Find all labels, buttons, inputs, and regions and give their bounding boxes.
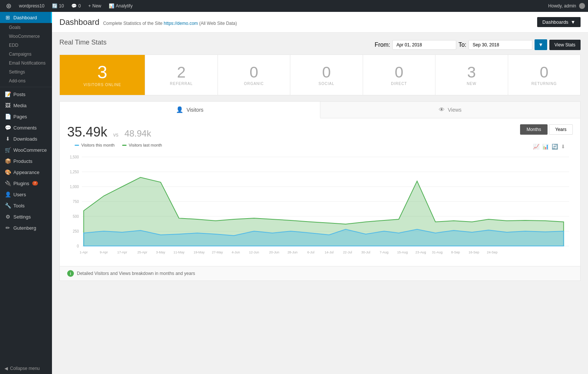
users-icon: 👤 bbox=[4, 191, 11, 197]
chart-container: 1,500 1,250 1,000 750 500 250 0 1-Apr 9-… bbox=[60, 153, 580, 266]
legend-dot-blue bbox=[75, 145, 79, 146]
comments-item[interactable]: 💬 0 bbox=[68, 0, 84, 12]
legend-last-label: Visitors last month bbox=[129, 143, 162, 147]
download-chart-icon[interactable]: ⬇ bbox=[561, 144, 565, 150]
years-label: Years bbox=[555, 127, 566, 132]
sidebar-item-media[interactable]: 🖼 Media bbox=[0, 100, 52, 111]
tab-views[interactable]: 👁 Views bbox=[320, 102, 581, 118]
months-button[interactable]: Months bbox=[520, 124, 547, 135]
new-item[interactable]: + New bbox=[85, 0, 104, 12]
legend-this-label: Visitors this month bbox=[81, 143, 115, 147]
sidebar-item-woocommerce-nav[interactable]: 🛒 WooCommerce bbox=[0, 144, 52, 155]
plugins-icon: 🔌 bbox=[4, 180, 11, 186]
sidebar-item-settings-nav[interactable]: ⚙ Settings bbox=[0, 211, 52, 222]
chart-controls: Months Years bbox=[520, 124, 573, 135]
posts-label: Posts bbox=[13, 92, 26, 97]
legend-last-month: Visitors last month bbox=[122, 143, 162, 147]
chart-icon-controls: 📈 📊 🔄 ⬇ bbox=[533, 144, 573, 150]
view-stats-button[interactable]: View Stats bbox=[549, 40, 581, 50]
svg-text:15-Aug: 15-Aug bbox=[397, 250, 408, 254]
date-dropdown-button[interactable]: ▼ bbox=[535, 39, 547, 50]
svg-text:0: 0 bbox=[77, 244, 79, 248]
addons-label: Add-ons bbox=[9, 78, 26, 83]
svg-text:28-Jun: 28-Jun bbox=[287, 250, 297, 254]
months-label: Months bbox=[526, 127, 541, 132]
tools-icon: 🔧 bbox=[4, 203, 11, 209]
downloads-label: Downloads bbox=[13, 136, 37, 142]
chart-compare-stat: 48.94k bbox=[124, 128, 151, 138]
from-date-input[interactable] bbox=[392, 40, 456, 50]
referral-card: 2 REFERRAL bbox=[145, 55, 218, 95]
legend-dot-green bbox=[122, 145, 127, 146]
settings-nav-icon: ⚙ bbox=[4, 214, 11, 220]
chart-footer: i Detailed Visitors and Views breakdown … bbox=[60, 266, 580, 280]
sidebar-item-users[interactable]: 👤 Users bbox=[0, 189, 52, 200]
organic-card: 0 ORGANIC bbox=[218, 55, 290, 95]
dashboards-button[interactable]: Dashboards ▼ bbox=[537, 17, 581, 27]
visitors-tab-label: Visitors bbox=[186, 107, 203, 113]
woocommerce-nav-label: WooCommerce bbox=[13, 147, 47, 153]
chart-vs: vs bbox=[113, 132, 118, 138]
sidebar-item-settings[interactable]: Settings bbox=[0, 68, 52, 76]
realtime-header: Real Time Stats From: To: ▼ View Stats bbox=[59, 39, 581, 51]
sidebar-item-campaigns[interactable]: Campaigns bbox=[0, 50, 52, 59]
svg-text:7-Aug: 7-Aug bbox=[380, 250, 389, 254]
svg-text:22-Jul: 22-Jul bbox=[343, 250, 352, 254]
social-card: 0 SOCIAL bbox=[290, 55, 363, 95]
tools-label: Tools bbox=[13, 203, 24, 209]
howdy-text: Howdy, admin bbox=[548, 3, 576, 9]
site-url-link[interactable]: https://demo.com bbox=[164, 21, 198, 26]
sidebar-divider-1 bbox=[0, 87, 52, 87]
sidebar-item-plugins[interactable]: 🔌 Plugins 7 bbox=[0, 178, 52, 189]
to-date-input[interactable] bbox=[468, 40, 532, 50]
dashboards-btn-label: Dashboards bbox=[542, 19, 568, 25]
bar-chart-icon[interactable]: 📊 bbox=[542, 144, 549, 150]
wp-logo-item[interactable]: ⊛ bbox=[3, 0, 14, 12]
direct-label: DIRECT bbox=[391, 82, 407, 86]
sidebar-item-appearance[interactable]: 🎨 Appearance bbox=[0, 167, 52, 178]
sidebar-item-downloads[interactable]: ⬇ Downloads bbox=[0, 133, 52, 144]
products-label: Products bbox=[13, 158, 32, 164]
svg-text:25-Apr: 25-Apr bbox=[137, 250, 147, 254]
sidebar-item-posts[interactable]: 📝 Posts bbox=[0, 89, 52, 100]
chart-legend: Visitors this month Visitors last month bbox=[67, 143, 169, 150]
sidebar-item-dashboard[interactable]: ⊞ Dashboard bbox=[0, 12, 52, 23]
updates-item[interactable]: 🔄 10 bbox=[49, 0, 67, 12]
pages-icon: 📄 bbox=[4, 114, 11, 119]
site-name-item[interactable]: wordpress10 bbox=[16, 0, 48, 12]
appearance-label: Appearance bbox=[13, 170, 39, 175]
gutenberg-label: Gutenberg bbox=[13, 225, 36, 231]
stats-bar: 3 VISITORS ONLINE 2 REFERRAL 0 ORGANIC 0… bbox=[59, 55, 581, 95]
sidebar-item-gutenberg[interactable]: ✏ Gutenberg bbox=[0, 222, 52, 233]
sidebar-item-comments[interactable]: 💬 Comments bbox=[0, 122, 52, 133]
realtime-section: Real Time Stats From: To: ▼ View Stats bbox=[52, 33, 588, 101]
legend-this-month: Visitors this month bbox=[75, 143, 115, 147]
years-button[interactable]: Years bbox=[549, 124, 573, 135]
svg-text:9-Apr: 9-Apr bbox=[100, 250, 108, 254]
sidebar-item-email-notifications[interactable]: Email Notifications bbox=[0, 59, 52, 68]
gutenberg-icon: ✏ bbox=[4, 225, 11, 231]
analytify-item[interactable]: 📊 Analytify bbox=[106, 0, 135, 12]
line-chart-icon[interactable]: 📈 bbox=[533, 144, 539, 150]
tab-visitors[interactable]: 👤 Visitors bbox=[60, 102, 320, 118]
chart-header: 35.49k vs 48.94k Months Years bbox=[60, 118, 580, 143]
sidebar-item-goals[interactable]: Goals bbox=[0, 23, 52, 32]
new-card: 3 NEW bbox=[435, 55, 508, 95]
sidebar-item-woocommerce[interactable]: WooCommerce bbox=[0, 32, 52, 41]
refresh-icon[interactable]: 🔄 bbox=[552, 144, 558, 150]
collapse-menu[interactable]: ◀ Collapse menu bbox=[0, 363, 52, 374]
sidebar-item-products[interactable]: 📦 Products bbox=[0, 155, 52, 167]
svg-text:750: 750 bbox=[73, 200, 79, 204]
returning-card: 0 RETURNING bbox=[508, 55, 580, 95]
sidebar-item-tools[interactable]: 🔧 Tools bbox=[0, 200, 52, 211]
updates-count: 10 bbox=[59, 3, 64, 9]
to-label: To: bbox=[458, 42, 466, 48]
new-label-stat: NEW bbox=[467, 82, 476, 86]
settings-nav-label: Settings bbox=[13, 214, 31, 220]
sidebar-item-addons[interactable]: Add-ons bbox=[0, 76, 52, 85]
new-label: New bbox=[92, 3, 101, 9]
svg-text:1,250: 1,250 bbox=[70, 170, 79, 174]
sidebar-item-pages[interactable]: 📄 Pages bbox=[0, 111, 52, 122]
sidebar-item-edd[interactable]: EDD bbox=[0, 41, 52, 50]
realtime-title: Real Time Stats bbox=[59, 39, 107, 46]
